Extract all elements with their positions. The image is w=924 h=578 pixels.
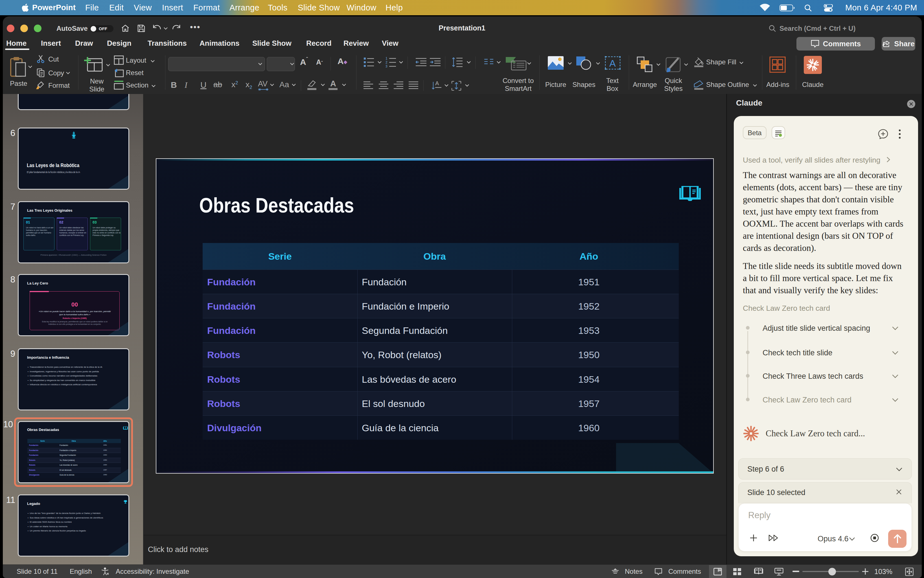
svg-text:A: A (609, 58, 616, 68)
svg-text:2: 2 (385, 60, 388, 64)
svg-text:A: A (435, 81, 439, 86)
svg-text:1: 1 (385, 57, 388, 60)
svg-text:3: 3 (385, 64, 388, 68)
